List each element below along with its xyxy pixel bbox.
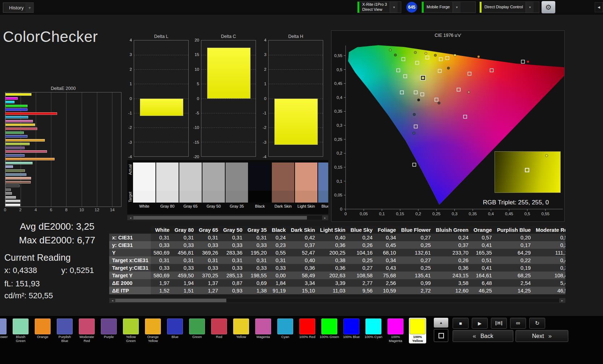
chevron-down-icon[interactable]: ▼	[453, 2, 461, 13]
patch-button[interactable]: 100% Yellow	[409, 318, 426, 343]
table-cell: 0,25	[348, 256, 375, 264]
table-cell: 0,27	[348, 264, 375, 272]
table-cell: 0,22	[495, 256, 533, 264]
back-button[interactable]: « Back	[453, 330, 513, 342]
y-tick-label: 0,05	[334, 193, 342, 197]
actual-label: Actual	[128, 164, 132, 175]
swatch-strip: Actual Target WhiteGray 80Gray 65Gray 50…	[127, 160, 328, 214]
scroll-right-button[interactable]: ▸	[559, 298, 565, 303]
chart-x-tick-label: 2	[19, 208, 21, 212]
profile-count-badge: 645	[406, 2, 417, 13]
cie-dot-marker	[389, 49, 392, 51]
y-tick-label: 4	[264, 38, 266, 42]
swatch-scrollbar[interactable]: ◂ ▸	[127, 215, 328, 220]
refresh-button[interactable]: ↻	[529, 318, 545, 329]
swatch-actual-color	[272, 162, 294, 191]
stop-button[interactable]: ■	[453, 318, 469, 329]
table-cell: 0,20	[495, 234, 533, 241]
scroll-thumb[interactable]	[115, 299, 226, 302]
display-control-dropdown[interactable]: Direct Display Control ▼	[479, 1, 539, 13]
x-tick-label: 0,5	[525, 212, 530, 216]
next-button[interactable]: Next »	[516, 330, 568, 342]
patch-button[interactable]: Purplish Blue	[57, 318, 73, 343]
chart-bar	[5, 177, 31, 179]
patch-button[interactable]: Orange	[35, 318, 51, 343]
y-tick-label: 2	[264, 67, 266, 72]
loop-button[interactable]: ∞	[510, 318, 526, 329]
scroll-track[interactable]	[133, 216, 322, 220]
chevron-down-icon[interactable]: ▼	[390, 2, 398, 13]
scroll-thumb[interactable]	[133, 216, 307, 220]
patch-button[interactable]: Cyan	[277, 318, 293, 343]
pattern-h-button[interactable]: H	[491, 318, 507, 329]
table-cell: 0,31	[196, 256, 221, 264]
chart-title: Delta L	[123, 34, 189, 40]
patch-button[interactable]: Bluish Green	[13, 318, 29, 343]
next-label: Next	[532, 333, 544, 339]
table-cell: 0,31	[245, 256, 269, 264]
patch-button[interactable]: Yellow Green	[123, 318, 139, 343]
chart-bar	[5, 150, 47, 153]
patch-button[interactable]: Yellow	[233, 318, 249, 343]
cie-zoom-box	[495, 151, 561, 193]
patch-button[interactable]: 100% Magenta	[388, 318, 403, 343]
patch-button[interactable]: Purple	[101, 318, 117, 343]
y-tick-label: 0,3	[337, 123, 342, 127]
patch-button[interactable]: Moderate Red	[79, 318, 95, 343]
chart-bar	[5, 181, 31, 183]
meter-dropdown[interactable]: X-Rite i1Pro 3 Direct View ▼	[357, 1, 401, 13]
pattern-window-button[interactable]	[434, 329, 448, 342]
play-button[interactable]: ▶	[472, 318, 488, 329]
patch-label: Blue	[165, 335, 185, 339]
patch-button[interactable]: Orange Yellow	[145, 318, 161, 343]
delta-c-chart: Delta C 20151050-5-10-15-20	[190, 34, 256, 162]
cie-dot-marker	[477, 56, 480, 58]
scroll-track[interactable]	[115, 298, 559, 303]
scroll-left-button[interactable]: ◂	[128, 216, 133, 220]
table-cell: 0,99	[398, 279, 433, 287]
collapse-panel-button[interactable]: ◀	[595, 2, 603, 12]
scroll-left-button[interactable]: ◂	[110, 298, 115, 303]
patch-page-up-button[interactable]: ▲	[434, 318, 448, 328]
table-cell: 0,33	[245, 264, 269, 272]
patch-button[interactable]: Green	[189, 318, 205, 343]
patch-label: Red	[209, 335, 229, 339]
y-tick-label: 0	[197, 96, 199, 101]
y-tick-label: 15	[194, 52, 199, 57]
table-cell: 0,87	[221, 279, 245, 287]
row-label: ΔE ITP	[109, 287, 151, 294]
table-cell: 0,24	[433, 234, 471, 241]
patch-button[interactable]: Red	[211, 318, 227, 343]
table-row: ΔE ITP1,521,511,270,931,3891,1915,1011,0…	[109, 287, 565, 294]
chart-gridline	[82, 92, 82, 207]
chevron-down-icon[interactable]: ▼	[526, 2, 534, 13]
table-cell: 0,57	[471, 234, 495, 241]
add-tab-button[interactable]: +	[25, 3, 34, 12]
chart-gridline	[201, 127, 256, 128]
chart-title: DeltaE 2000	[5, 86, 121, 92]
table-cell: 0,31	[245, 234, 269, 241]
table-cell: 283,36	[221, 249, 245, 256]
x-tick-label: 0,4	[488, 212, 494, 216]
table-cell: 68,10	[375, 249, 399, 256]
swatch-item: Dark Skin	[272, 162, 294, 214]
scroll-right-button[interactable]: ▸	[322, 216, 328, 220]
patch-button[interactable]: 100% Cyan	[365, 318, 381, 343]
cie-dot-marker	[447, 67, 450, 69]
patch-button[interactable]: 100% Blue	[343, 318, 359, 343]
zoom-measure-dot	[545, 154, 548, 157]
table-scrollbar[interactable]: ◂ ▸	[109, 298, 565, 303]
settings-button[interactable]: ⚙	[542, 1, 555, 13]
patch-button[interactable]: 100% Green	[321, 318, 337, 343]
patch-button[interactable]: Blue Flower	[0, 318, 7, 343]
table-cell: 1,27	[196, 287, 221, 294]
x-tick-label: 0	[345, 212, 347, 216]
patch-button[interactable]: Magenta	[255, 318, 271, 343]
chart-bar	[5, 93, 31, 96]
cie-dot-marker	[434, 54, 437, 57]
y-tick-label: 0,2	[337, 151, 342, 155]
patch-button[interactable]: 100% Red	[299, 318, 315, 343]
source-dropdown[interactable]: Mobile Forge ▼	[422, 1, 476, 13]
patch-button[interactable]: Blue	[167, 318, 183, 343]
patch-swatch	[189, 318, 205, 334]
